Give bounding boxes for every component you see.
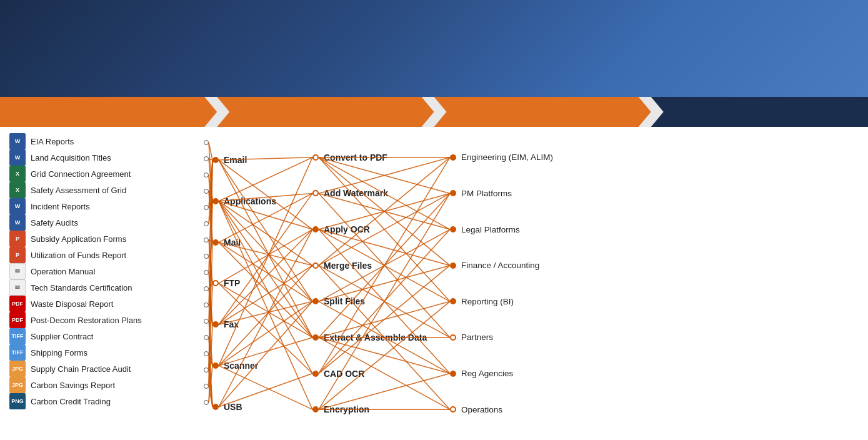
assembly-item: Apply OCR xyxy=(312,214,450,244)
output-dot xyxy=(450,154,456,161)
source-label: FTP xyxy=(224,278,240,288)
assembly-steps-column: Convert to PDFAdd WatermarkApply OCRMerg… xyxy=(312,133,450,434)
left-dot xyxy=(204,400,209,405)
assembly-item: Split Files xyxy=(312,286,450,316)
source-dot xyxy=(212,404,219,410)
source-item: USB xyxy=(212,388,312,426)
source-dot xyxy=(212,157,219,163)
left-dot xyxy=(204,156,209,161)
doc-label: Safety Audits xyxy=(31,218,78,228)
doc-item: WLand Acquisition Titles xyxy=(9,149,194,166)
doc-icon-mail: ✉ xyxy=(9,279,26,296)
doc-item: PNGCarbon Credit Trading xyxy=(9,393,194,409)
doc-label: Waste Disposal Report xyxy=(31,299,113,309)
assembly-label: Convert to PDF xyxy=(324,152,387,162)
output-label: Reg Agencies xyxy=(461,369,513,378)
left-dot xyxy=(204,286,209,291)
assembly-dot xyxy=(312,334,319,341)
output-item: Operations xyxy=(450,394,606,424)
doc-item: WIncident Reports xyxy=(9,198,194,214)
source-item: Email xyxy=(212,141,312,179)
output-label: Legal Platforms xyxy=(461,225,520,234)
doc-icon-word: W xyxy=(9,198,26,214)
output-dot xyxy=(450,334,456,341)
source-dot xyxy=(212,362,219,369)
doc-icon-tiff: TIFF xyxy=(9,344,26,361)
assembly-dot xyxy=(312,226,319,232)
banner-output-destinations xyxy=(651,97,868,127)
banner-assembly-steps xyxy=(434,97,651,127)
doc-item: WSafety Audits xyxy=(9,214,194,231)
output-item: Reporting (BI) xyxy=(450,286,606,316)
assembly-label: Add Watermark xyxy=(324,188,388,198)
doc-label: Post-Decom Restoration Plans xyxy=(31,316,142,325)
doc-icon-pdf: PDF xyxy=(9,296,26,312)
left-dot xyxy=(204,270,209,275)
left-dot xyxy=(204,351,209,356)
doc-item: TIFFSupplier Contract xyxy=(9,328,194,344)
output-dot xyxy=(450,262,456,269)
source-label: Fax xyxy=(224,319,239,329)
banner-sources xyxy=(217,97,434,127)
output-item: Finance / Accounting xyxy=(450,251,606,281)
output-item: Reg Agencies xyxy=(450,359,606,389)
doc-label: Carbon Credit Trading xyxy=(31,397,111,406)
output-label: Reporting (BI) xyxy=(461,297,514,306)
doc-item: PUtilization of Funds Report xyxy=(9,247,194,263)
doc-label: Supplier Contract xyxy=(31,332,93,341)
doc-item: PSubsidy Application Forms xyxy=(9,231,194,247)
assembly-label: Encryption xyxy=(324,404,369,414)
doc-label: Subsidy Application Forms xyxy=(31,234,126,244)
main-content: WEIA ReportsWLand Acquisition TitlesXGri… xyxy=(0,127,868,440)
source-dot xyxy=(212,321,219,328)
doc-icon-png: PNG xyxy=(9,393,26,409)
document-types-column: WEIA ReportsWLand Acquisition TitlesXGri… xyxy=(0,133,200,434)
doc-icon-ppt: P xyxy=(9,247,26,263)
header xyxy=(0,0,868,97)
output-dot xyxy=(450,190,456,196)
left-dot xyxy=(204,335,209,340)
output-item: Partners xyxy=(450,322,606,352)
source-label: Email xyxy=(224,155,247,165)
doc-label: Incident Reports xyxy=(31,202,90,211)
assembly-label: Split Files xyxy=(324,296,365,306)
doc-item: XSafety Assessment of Grid xyxy=(9,182,194,198)
left-dot xyxy=(204,189,209,194)
left-dot xyxy=(204,254,209,259)
workflow-banner xyxy=(0,97,868,127)
left-dot xyxy=(204,172,209,178)
output-item: Engineering (EIM, ALIM) xyxy=(450,142,606,172)
assembly-item: Extract & Assemble Data xyxy=(312,322,450,352)
doc-icon-word: W xyxy=(9,214,26,231)
doc-label: Tech Standards Certification xyxy=(31,283,132,292)
assembly-dot xyxy=(312,298,319,304)
doc-label: Carbon Savings Report xyxy=(31,381,115,390)
source-dot xyxy=(212,280,219,286)
assembly-item: Merge Files xyxy=(312,251,450,281)
doc-item: JPGCarbon Savings Report xyxy=(9,377,194,393)
output-label: PM Platforms xyxy=(461,189,512,198)
left-dot xyxy=(204,384,209,389)
output-destinations-column: Engineering (EIM, ALIM)PM PlatformsLegal… xyxy=(450,133,606,434)
source-item: Scanner xyxy=(212,347,312,384)
doc-label: Land Acquisition Titles xyxy=(31,153,111,162)
assembly-item: Add Watermark xyxy=(312,178,450,208)
source-label: Applications xyxy=(224,196,276,206)
output-label: Finance / Accounting xyxy=(461,261,539,270)
source-item: FTP xyxy=(212,264,312,302)
doc-label: Utilization of Funds Report xyxy=(31,251,126,260)
assembly-label: Merge Files xyxy=(324,261,372,271)
doc-label: Grid Connection Agreement xyxy=(31,169,131,179)
doc-label: Operation Manual xyxy=(31,267,95,276)
output-item: PM Platforms xyxy=(450,178,606,208)
doc-item: XGrid Connection Agreement xyxy=(9,166,194,182)
output-dot xyxy=(450,371,456,377)
left-dot xyxy=(204,302,209,308)
assembly-item: CAD OCR xyxy=(312,359,450,389)
assembly-dot xyxy=(312,371,319,377)
doc-icon-excel: X xyxy=(9,182,26,198)
sources-column: EmailApplicationsMailFTPFaxScannerUSB xyxy=(212,133,312,434)
assembly-label: Extract & Assemble Data xyxy=(324,332,427,342)
source-left-dots xyxy=(200,133,212,434)
left-dot xyxy=(204,368,209,372)
